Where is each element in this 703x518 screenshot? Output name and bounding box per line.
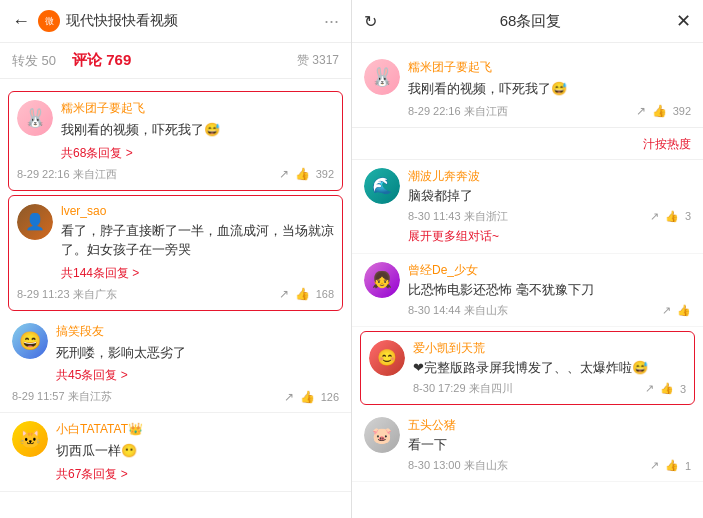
- expand-link-r1[interactable]: 展开更多组对话~: [408, 228, 499, 245]
- comment-time-c2: 8-29 11:23 来自广东: [17, 287, 273, 302]
- tab-comments[interactable]: 评论 769: [72, 51, 131, 70]
- reply-body-r1: 潮波儿奔奔波 脑袋都掉了 8-30 11:43 来自浙江 ↗ 👍 3 展开更多组…: [408, 168, 691, 245]
- reply-like-count-r1: 3: [685, 210, 691, 222]
- reply-meta-r3: 8-30 17:29 来自四川 ↗ 👍 3: [413, 381, 686, 396]
- channel-logo-text: 微: [45, 15, 54, 28]
- reply-time-r4: 8-30 13:00 来自山东: [408, 458, 644, 473]
- reply-body-r3: 爱小凯到天荒 ❤完整版路录屏我博发了、、太爆炸啦😅 8-30 17:29 来自四…: [413, 340, 686, 396]
- reply-text-r1: 脑袋都掉了: [408, 187, 691, 205]
- original-share-icon[interactable]: ↗: [636, 104, 646, 118]
- comment-meta-c1: 8-29 22:16 来自江西 ↗ 👍 392: [17, 167, 334, 182]
- avatar-c3: 😄: [12, 323, 48, 359]
- channel-logo: 微: [38, 10, 60, 32]
- left-panel: ← 微 现代快报快看视频 ··· 转发 50 评论 769 赞 3317 🐰 糯…: [0, 0, 352, 518]
- more-icon[interactable]: ···: [324, 11, 339, 32]
- reply-like-count-r3: 3: [680, 383, 686, 395]
- comment-username-c3: 搞笑段友: [56, 323, 339, 340]
- close-icon[interactable]: ✕: [676, 10, 691, 32]
- comment-text-c3: 死刑喽，影响太恶劣了: [56, 343, 339, 363]
- reply-username-r1: 潮波儿奔奔波: [408, 168, 691, 185]
- comment-body-c3: 搞笑段友 死刑喽，影响太恶劣了 共45条回复 >: [56, 323, 339, 385]
- reply-text-r3: ❤完整版路录屏我博发了、、太爆炸啦😅: [413, 359, 686, 377]
- avatar-c4: 🐱: [12, 421, 48, 457]
- original-like-icon[interactable]: 👍: [652, 104, 667, 118]
- left-tabs: 转发 50 评论 769 赞 3317: [0, 43, 351, 79]
- comment-body-c4: 小白TATATAT👑 切西瓜一样😶 共67条回复 >: [56, 421, 339, 483]
- reply-like-icon-r1[interactable]: 👍: [665, 210, 679, 223]
- right-content: 🐰 糯米团子要起飞 我刚看的视频，吓死我了😅 8-29 22:16 来自江西 ↗…: [352, 43, 703, 518]
- comment-replies-c3[interactable]: 共45条回复 >: [56, 367, 128, 384]
- reply-item-4: 🐷 五头公猪 看一下 8-30 13:00 来自山东 ↗ 👍 1: [352, 409, 703, 482]
- comment-text-c2: 看了，脖子直接断了一半，血流成河，当场就凉了。妇女孩子在一旁哭: [61, 221, 334, 260]
- reply-item-2: 👧 曾经De_少女 比恐怖电影还恐怖 毫不犹豫下刀 8-30 14:44 来自山…: [352, 254, 703, 327]
- reply-share-icon-r2[interactable]: ↗: [662, 304, 671, 317]
- like-icon-c2[interactable]: 👍: [295, 287, 310, 301]
- reply-share-icon-r1[interactable]: ↗: [650, 210, 659, 223]
- comment-text-c4: 切西瓜一样😶: [56, 441, 339, 461]
- reply-share-icon-r4[interactable]: ↗: [650, 459, 659, 472]
- channel-name: 现代快报快看视频: [66, 12, 324, 30]
- comment-username-c1: 糯米团子要起飞: [61, 100, 334, 117]
- right-header: ↻ 68条回复 ✕: [352, 0, 703, 43]
- reply-like-icon-r3[interactable]: 👍: [660, 382, 674, 395]
- reply-count-title: 68条回复: [385, 12, 676, 31]
- original-time: 8-29 22:16 来自江西: [408, 104, 630, 119]
- comment-username-c2: lver_sao: [61, 204, 334, 218]
- comment-time-c1: 8-29 22:16 来自江西: [17, 167, 273, 182]
- comment-meta-c2: 8-29 11:23 来自广东 ↗ 👍 168: [17, 287, 334, 302]
- comment-item-3: 😄 搞笑段友 死刑喽，影响太恶劣了 共45条回复 > 8-29 11:57 来自…: [0, 315, 351, 414]
- avatar-original: 🐰: [364, 59, 400, 95]
- right-panel: ↻ 68条回复 ✕ 🐰 糯米团子要起飞 我刚看的视频，吓死我了😅 8-29 22…: [352, 0, 703, 518]
- like-count-c3: 126: [321, 391, 339, 403]
- original-username: 糯米团子要起飞: [408, 59, 691, 76]
- comment-body-c1: 糯米团子要起飞 我刚看的视频，吓死我了😅 共68条回复 >: [61, 100, 334, 162]
- refresh-icon[interactable]: ↻: [364, 12, 377, 31]
- comment-item-1: 🐰 糯米团子要起飞 我刚看的视频，吓死我了😅 共68条回复 > 8-29 22:…: [8, 91, 343, 191]
- reply-username-r3: 爱小凯到天荒: [413, 340, 686, 357]
- reply-username-r4: 五头公猪: [408, 417, 691, 434]
- sort-label[interactable]: 汁按热度: [643, 137, 691, 151]
- reply-text-r4: 看一下: [408, 436, 691, 454]
- reply-time-r1: 8-30 11:43 来自浙江: [408, 209, 644, 224]
- comment-replies-c2[interactable]: 共144条回复 >: [61, 265, 139, 282]
- reply-username-r2: 曾经De_少女: [408, 262, 691, 279]
- like-icon-c3[interactable]: 👍: [300, 390, 315, 404]
- reply-text-r2: 比恐怖电影还恐怖 毫不犹豫下刀: [408, 281, 691, 299]
- comment-body-c2: lver_sao 看了，脖子直接断了一半，血流成河，当场就凉了。妇女孩子在一旁哭…: [61, 204, 334, 282]
- share-icon-c3[interactable]: ↗: [284, 390, 294, 404]
- reply-like-icon-r2[interactable]: 👍: [677, 304, 691, 317]
- original-comment: 🐰 糯米团子要起飞 我刚看的视频，吓死我了😅 8-29 22:16 来自江西 ↗…: [352, 51, 703, 128]
- avatar-c1: 🐰: [17, 100, 53, 136]
- share-icon-c2[interactable]: ↗: [279, 287, 289, 301]
- reply-time-r2: 8-30 14:44 来自山东: [408, 303, 656, 318]
- left-comments-list: 🐰 糯米团子要起飞 我刚看的视频，吓死我了😅 共68条回复 > 8-29 22:…: [0, 79, 351, 518]
- like-count-c1: 392: [316, 168, 334, 180]
- comment-time-c3: 8-29 11:57 来自江苏: [12, 389, 278, 404]
- reply-share-icon-r3[interactable]: ↗: [645, 382, 654, 395]
- avatar-r4: 🐷: [364, 417, 400, 453]
- comment-text-c1: 我刚看的视频，吓死我了😅: [61, 120, 334, 140]
- back-icon[interactable]: ←: [12, 11, 30, 32]
- reply-meta-r4: 8-30 13:00 来自山东 ↗ 👍 1: [408, 458, 691, 473]
- avatar-r3: 😊: [369, 340, 405, 376]
- like-icon-c1[interactable]: 👍: [295, 167, 310, 181]
- reply-time-r3: 8-30 17:29 来自四川: [413, 381, 639, 396]
- original-comment-body: 糯米团子要起飞 我刚看的视频，吓死我了😅 8-29 22:16 来自江西 ↗ 👍…: [408, 59, 691, 119]
- tab-forward[interactable]: 转发 50: [12, 52, 56, 70]
- reply-item-3: 😊 爱小凯到天荒 ❤完整版路录屏我博发了、、太爆炸啦😅 8-30 17:29 来…: [360, 331, 695, 405]
- reply-item-1: 🌊 潮波儿奔奔波 脑袋都掉了 8-30 11:43 来自浙江 ↗ 👍 3 展开更…: [352, 160, 703, 254]
- comment-username-c4: 小白TATATAT👑: [56, 421, 339, 438]
- reply-like-icon-r4[interactable]: 👍: [665, 459, 679, 472]
- avatar-r2: 👧: [364, 262, 400, 298]
- reply-meta-r2: 8-30 14:44 来自山东 ↗ 👍: [408, 303, 691, 318]
- zan-count: 赞 3317: [297, 52, 339, 69]
- avatar-c2: 👤: [17, 204, 53, 240]
- reply-like-count-r4: 1: [685, 460, 691, 472]
- comment-replies-c4[interactable]: 共67条回复 >: [56, 466, 128, 483]
- comment-item-4: 🐱 小白TATATAT👑 切西瓜一样😶 共67条回复 >: [0, 413, 351, 492]
- reply-body-r4: 五头公猪 看一下 8-30 13:00 来自山东 ↗ 👍 1: [408, 417, 691, 473]
- comment-replies-c1[interactable]: 共68条回复 >: [61, 145, 133, 162]
- original-meta: 8-29 22:16 来自江西 ↗ 👍 392: [408, 104, 691, 119]
- share-icon-c1[interactable]: ↗: [279, 167, 289, 181]
- reply-body-r2: 曾经De_少女 比恐怖电影还恐怖 毫不犹豫下刀 8-30 14:44 来自山东 …: [408, 262, 691, 318]
